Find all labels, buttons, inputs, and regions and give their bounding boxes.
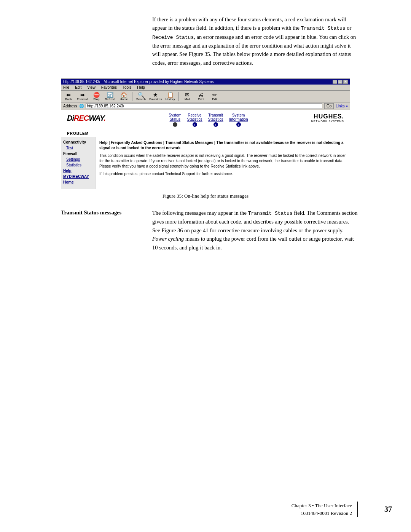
home-button[interactable]: 🏠 Home — [118, 92, 129, 101]
nav-links: System Status Receive Statistics i Trans… — [169, 113, 248, 127]
browser-sidebar: Connectivity Test Firewall Settings Stat… — [61, 137, 96, 189]
toolbar-separator-2 — [178, 92, 179, 101]
power-cycling-italic: Power cycling — [152, 236, 184, 242]
nav-receive-stats[interactable]: Receive Statistics i — [187, 113, 202, 127]
minimize-button[interactable]: _ — [333, 80, 337, 84]
footer-text-block: Chapter 3 • The User Interface 1031484-0… — [292, 502, 352, 517]
sidebar-connectivity: Connectivity — [63, 140, 93, 144]
print-button[interactable]: 🖨 Print — [196, 92, 206, 101]
page-container: If there is a problem with any of these … — [0, 0, 411, 532]
nav-system-info[interactable]: System Information i — [229, 113, 248, 127]
address-input[interactable] — [86, 103, 322, 109]
system-status-icon — [173, 122, 177, 127]
maximize-button[interactable]: □ — [338, 80, 342, 84]
direcway-logo: DiRECWAY. — [67, 113, 105, 123]
browser-title: http://139.85.162.243/ - Microsoft Inter… — [63, 80, 214, 84]
mail-icon: ✉ — [185, 92, 190, 97]
browser-body: Connectivity Test Firewall Settings Stat… — [61, 137, 350, 189]
back-icon: ⬅ — [66, 92, 71, 97]
menu-tools[interactable]: Tools — [123, 85, 131, 89]
address-label: Address — [63, 104, 77, 108]
toolbar-separator-1 — [132, 92, 132, 101]
transmit-stats-icon: i — [213, 122, 218, 127]
forward-icon: ➡ — [80, 92, 85, 97]
mail-button[interactable]: ✉ Mail — [182, 92, 193, 101]
close-button[interactable]: ✕ — [343, 80, 348, 84]
nav-transmit-stats[interactable]: Transmit Statistics i — [208, 113, 223, 127]
hughes-logo-block: HUGHES. NETWORK SYSTEMS — [311, 113, 344, 123]
menu-edit[interactable]: Edit — [75, 85, 81, 89]
sidebar-home[interactable]: Home — [63, 180, 93, 184]
menu-help[interactable]: Help — [137, 85, 145, 89]
refresh-icon: 🔄 — [107, 92, 113, 97]
intro-text-block: If there is a problem with any of these … — [152, 15, 358, 67]
stop-button[interactable]: ⛔ Stop — [91, 92, 102, 101]
hughes-sub: NETWORK SYSTEMS — [311, 120, 344, 123]
browser-toolbar: ⬅ Back ➡ Forward ⛔ Stop 🔄 Refresh 🏠 Home — [61, 91, 350, 102]
footer-chapter: Chapter 3 • The User Interface — [292, 502, 352, 510]
menu-file[interactable]: File — [63, 85, 69, 89]
problem-label: PROBLEM — [61, 130, 350, 137]
menu-view[interactable]: View — [87, 85, 96, 89]
intro-paragraph: If there is a problem with any of these … — [152, 15, 358, 67]
transmit-label-text: Transmit Status messages — [61, 209, 121, 216]
back-button[interactable]: ⬅ Back — [63, 92, 74, 101]
sidebar-statistics[interactable]: Statistics — [63, 163, 93, 167]
browser-main-content: Help | Frequently Asked Questions | Tran… — [96, 137, 350, 189]
sidebar-firewall: Firewall — [63, 152, 93, 156]
home-icon: 🏠 — [121, 92, 127, 97]
sidebar-test[interactable]: Test — [63, 146, 93, 150]
main-body-text-1: This condition occurs when the satellite… — [99, 153, 346, 169]
direcway-header: DiRECWAY. System Status Receive Statisti… — [61, 110, 350, 130]
main-body-text-2: If this problem persists, please contact… — [99, 171, 346, 177]
edit-button[interactable]: ✏ Edit — [209, 92, 220, 101]
figure-caption: Figure 35: On-line help for status messa… — [61, 193, 350, 199]
favorites-icon: ★ — [153, 92, 158, 97]
transmit-status-code: Transmit Status — [248, 211, 293, 216]
stop-icon: ⛔ — [93, 92, 100, 97]
receive-stats-icon: i — [193, 122, 197, 127]
search-button[interactable]: 🔍 Search — [135, 92, 146, 101]
menu-favorites[interactable]: Favorites — [101, 85, 117, 89]
main-error-header: Help | Frequently Asked Questions | Tran… — [99, 140, 346, 151]
footer-separator — [357, 502, 358, 517]
titlebar-controls: _ □ ✕ — [333, 80, 348, 84]
forward-button[interactable]: ➡ Forward — [77, 92, 88, 101]
transmit-section-label: Transmit Status messages — [61, 209, 152, 252]
sidebar-help[interactable]: Help — [63, 169, 93, 173]
history-icon: 📋 — [167, 92, 174, 97]
history-button[interactable]: 📋 History — [165, 92, 175, 101]
go-button[interactable]: Go — [324, 103, 334, 109]
footer-page-number: 37 — [384, 505, 392, 514]
transmit-section-content: The following messages may appear in the… — [152, 209, 358, 252]
search-icon: 🔍 — [138, 92, 144, 97]
nav-system-status[interactable]: System Status — [169, 113, 181, 127]
browser-menubar: File Edit View Favorites Tools Help — [61, 85, 350, 91]
favorites-button[interactable]: ★ Favorites — [149, 92, 162, 101]
print-icon: 🖨 — [198, 92, 204, 97]
address-icon: 🌐 — [79, 104, 84, 108]
system-info-icon: i — [236, 122, 241, 127]
transmit-status-section: Transmit Status messages The following m… — [61, 209, 358, 252]
browser-titlebar: http://139.85.162.243/ - Microsoft Inter… — [61, 79, 350, 85]
refresh-button[interactable]: 🔄 Refresh — [105, 92, 115, 101]
edit-icon: ✏ — [212, 92, 217, 97]
sidebar-mydirecway[interactable]: MYDIRECWAY — [63, 174, 93, 179]
browser-screenshot: http://139.85.162.243/ - Microsoft Inter… — [61, 78, 350, 189]
footer-revision: 1031484-0001 Revision 2 — [292, 510, 352, 517]
hughes-logo: HUGHES. — [311, 113, 344, 120]
links-button[interactable]: Links » — [336, 104, 348, 108]
transmit-content-text: The following messages may appear in the… — [152, 210, 358, 251]
browser-page-content: DiRECWAY. System Status Receive Statisti… — [61, 110, 350, 189]
sidebar-settings[interactable]: Settings — [63, 157, 93, 161]
browser-addressbar: Address 🌐 Go Links » — [61, 102, 350, 110]
